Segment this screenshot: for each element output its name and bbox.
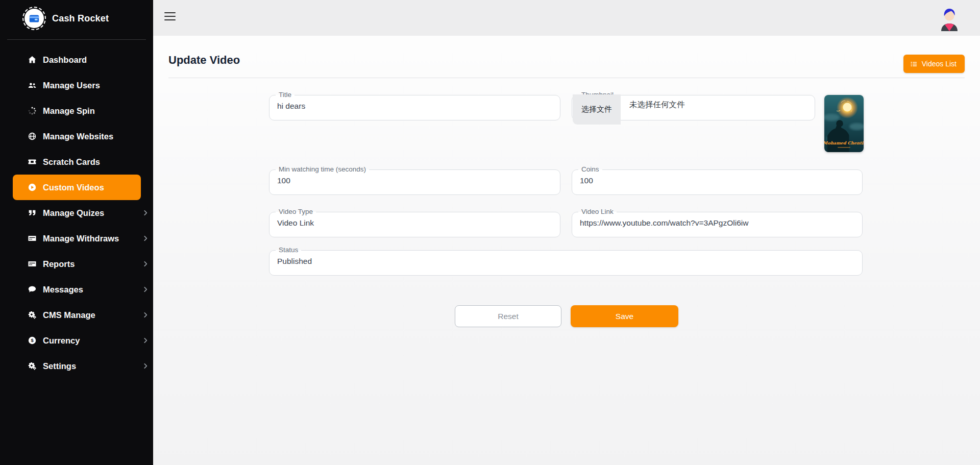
user-avatar[interactable] <box>937 5 962 31</box>
sidebar-item-label: CMS Manage <box>43 310 95 320</box>
title-field-label: Title <box>276 91 295 99</box>
sidebar-item-label: Manage Quizes <box>43 208 104 218</box>
sidebar-item-label: Dashboard <box>43 55 87 65</box>
chevron-right-icon <box>142 286 149 293</box>
status-field-value[interactable]: Published <box>270 254 862 266</box>
sidebar-item-label: Settings <box>43 361 76 371</box>
thumbnail-preview-image[interactable]: Mohamed Chentif <box>824 95 864 152</box>
play-circle-icon <box>28 183 37 192</box>
video-link-value[interactable]: https://www.youtube.com/watch?v=3APgzOli… <box>572 216 862 228</box>
no-file-chosen-text: 未选择任何文件 <box>629 100 685 110</box>
thumbnail-field[interactable]: Thumbnail 选择文件 未选择任何文件 <box>572 91 815 120</box>
reset-button[interactable]: Reset <box>455 305 561 327</box>
cogs-icon <box>28 361 37 371</box>
globe-icon <box>28 132 37 141</box>
header-divider <box>168 78 965 78</box>
sidebar-item-label: Manage Users <box>43 81 100 90</box>
status-select[interactable]: Status Published <box>269 246 863 276</box>
choose-file-button[interactable]: 选择文件 <box>573 94 621 125</box>
svg-text:$: $ <box>31 338 34 343</box>
sidebar-item-label: Manage Withdraws <box>43 234 119 243</box>
money-check-icon <box>28 234 37 243</box>
users-icon <box>28 81 37 90</box>
sidebar: Cash Rocket DashboardManage UsersManage … <box>0 0 153 465</box>
sidebar-item-manage-quizes[interactable]: Manage Quizes <box>13 200 141 226</box>
thumbnail-file-row: 选择文件 未选择任何文件 <box>572 99 815 116</box>
chevron-right-icon <box>142 235 149 242</box>
title-field[interactable]: Title hi dears <box>269 91 560 120</box>
min-watching-time-label: Min watching time (seconds) <box>276 165 369 174</box>
spinner-icon <box>28 106 37 115</box>
sidebar-menu: DashboardManage UsersManage SpinManage W… <box>0 40 153 379</box>
ticket-icon <box>28 157 37 166</box>
page-title: Update Video <box>168 54 240 67</box>
sidebar-item-custom-videos[interactable]: Custom Videos <box>13 175 141 200</box>
sidebar-item-dashboard[interactable]: Dashboard <box>13 47 141 72</box>
quote-icon <box>28 208 37 217</box>
sidebar-item-reports[interactable]: Reports <box>13 251 141 277</box>
sidebar-item-currency[interactable]: $Currency <box>13 328 141 353</box>
sidebar-item-label: Reports <box>43 259 75 269</box>
video-type-select[interactable]: Video Type Video Link <box>269 208 560 237</box>
sidebar-item-cms-manage[interactable]: CMS Manage <box>13 302 141 328</box>
sidebar-item-label: Manage Websites <box>43 132 113 141</box>
title-field-value[interactable]: hi dears <box>270 99 560 111</box>
video-link-field[interactable]: Video Link https://www.youtube.com/watch… <box>572 208 863 237</box>
coins-field[interactable]: Coins 100 <box>572 165 863 195</box>
brand: Cash Rocket <box>0 0 153 35</box>
min-watching-time-value[interactable]: 100 <box>270 174 560 185</box>
sidebar-item-label: Custom Videos <box>43 183 104 192</box>
sidebar-item-manage-spin[interactable]: Manage Spin <box>13 98 141 124</box>
chevron-right-icon <box>142 362 149 370</box>
sidebar-item-label: Manage Spin <box>43 106 95 116</box>
min-watching-time-field[interactable]: Min watching time (seconds) 100 <box>269 165 560 195</box>
coins-field-value[interactable]: 100 <box>572 174 862 185</box>
sidebar-item-manage-users[interactable]: Manage Users <box>13 72 141 98</box>
hamburger-menu-icon[interactable] <box>164 12 176 21</box>
chevron-right-icon <box>142 337 149 344</box>
sidebar-item-manage-withdraws[interactable]: Manage Withdraws <box>13 226 141 251</box>
sidebar-item-label: Messages <box>43 285 83 295</box>
videos-list-button[interactable]: Videos List <box>903 55 965 73</box>
cash-rocket-logo-icon <box>24 9 44 28</box>
chat-icon <box>28 285 37 294</box>
dollar-circle-icon: $ <box>28 336 37 345</box>
chevron-right-icon <box>142 311 149 319</box>
save-button[interactable]: Save <box>571 305 678 327</box>
video-type-value[interactable]: Video Link <box>270 216 560 228</box>
chevron-right-icon <box>142 209 149 216</box>
status-field-label: Status <box>276 246 301 254</box>
sidebar-item-label: Scratch Cards <box>43 157 100 167</box>
video-link-label: Video Link <box>578 208 617 216</box>
sidebar-item-messages[interactable]: Messages <box>13 277 141 302</box>
sidebar-item-settings[interactable]: Settings <box>13 353 141 379</box>
cogs-icon <box>28 310 37 320</box>
video-type-label: Video Type <box>276 208 316 216</box>
main-content: Update Video Videos List Title hi dears … <box>153 36 980 465</box>
brand-name: Cash Rocket <box>52 13 109 24</box>
sidebar-item-label: Currency <box>43 336 80 346</box>
home-icon <box>28 55 37 64</box>
topbar <box>153 0 980 36</box>
chevron-right-icon <box>142 260 149 267</box>
videos-list-button-label: Videos List <box>922 60 957 68</box>
sidebar-item-manage-websites[interactable]: Manage Websites <box>13 124 141 149</box>
coins-field-label: Coins <box>578 165 602 174</box>
thumbnail-signature: Mohamed Chentif <box>824 140 864 145</box>
list-icon <box>910 60 918 68</box>
money-check-icon <box>28 259 37 268</box>
sidebar-item-scratch-cards[interactable]: Scratch Cards <box>13 149 141 175</box>
